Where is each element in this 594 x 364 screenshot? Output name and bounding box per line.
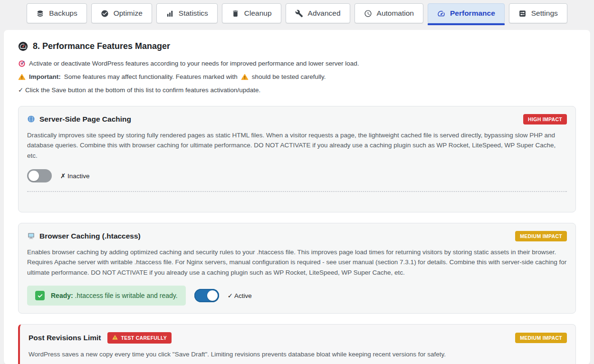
clock-icon (364, 10, 372, 18)
intro-block: Activate or deactivate WordPress feature… (18, 59, 576, 96)
divider (27, 191, 567, 204)
card-browser-caching: Browser Caching (.htaccess) MEDIUM IMPAC… (18, 223, 576, 314)
warning-icon (18, 73, 26, 81)
feature-title: Browser Caching (.htaccess) (27, 232, 141, 240)
test-carefully-badge: TEST CAREFULLY (107, 332, 172, 344)
tab-label: Performance (450, 9, 495, 18)
impact-badge: HIGH IMPACT (523, 114, 567, 125)
feature-description: Drastically improves site speed by stori… (27, 130, 567, 161)
sliders-icon (518, 10, 527, 18)
gauge-icon (437, 10, 445, 18)
tab-bar: Backups Optimize Statistics Cleanup Adva… (0, 0, 594, 27)
feature-title: Server-Side Page Caching (27, 115, 131, 124)
tab-label: Settings (531, 9, 558, 18)
performance-panel: 8. Performance Features Manager Activate… (4, 30, 590, 364)
target-icon (18, 60, 26, 67)
server-caching-toggle[interactable] (27, 169, 52, 182)
tab-settings[interactable]: Settings (509, 3, 567, 23)
browser-caching-toggle[interactable] (194, 289, 219, 302)
htaccess-ready-status: Ready: .htaccess file is writable and re… (27, 286, 186, 306)
globe-icon (27, 115, 35, 123)
tab-label: Statistics (179, 9, 208, 18)
toggle-knob (29, 171, 39, 181)
toggle-knob (207, 290, 218, 301)
tab-cleanup[interactable]: Cleanup (222, 3, 281, 23)
feature-title: Post Revisions Limit (29, 334, 101, 342)
tab-label: Automation (377, 9, 414, 18)
green-check-icon (35, 291, 45, 300)
tab-automation[interactable]: Automation (354, 3, 423, 23)
impact-badge: MEDIUM IMPACT (515, 333, 567, 343)
tab-optimize[interactable]: Optimize (91, 3, 152, 23)
database-backup-icon (36, 10, 44, 18)
warning-icon (112, 335, 118, 341)
tab-performance[interactable]: Performance (428, 3, 505, 23)
toggle-state-label: ✗ Inactive (60, 172, 90, 180)
check-circle-icon (101, 10, 109, 18)
tab-label: Cleanup (244, 9, 272, 18)
tab-label: Advanced (308, 9, 341, 18)
card-server-side-page-caching: Server-Side Page Caching HIGH IMPACT Dra… (18, 106, 576, 212)
trash-icon (231, 10, 240, 18)
tab-backups[interactable]: Backups (27, 3, 86, 23)
impact-badge: MEDIUM IMPACT (515, 231, 567, 241)
bar-chart-icon (166, 10, 174, 18)
toggle-state-label: ✓ Active (228, 292, 252, 299)
speedometer-icon (18, 41, 28, 51)
feature-description: WordPress saves a new copy every time yo… (29, 349, 567, 360)
intro-save-line: ✓ Click the Save button at the bottom of… (18, 86, 576, 96)
feature-description: Enables browser caching by adding optimi… (27, 247, 567, 278)
tab-advanced[interactable]: Advanced (286, 3, 350, 23)
intro-important-line: Important: Some features may affect func… (18, 72, 576, 82)
wrench-icon (295, 10, 303, 18)
warning-icon (241, 73, 249, 81)
tab-label: Optimize (114, 9, 143, 18)
intro-goal-line: Activate or deactivate WordPress feature… (18, 59, 576, 69)
tab-label: Backups (49, 9, 77, 18)
page-title: 8. Performance Features Manager (18, 41, 576, 51)
computer-icon (27, 232, 35, 240)
tab-statistics[interactable]: Statistics (156, 3, 218, 23)
card-post-revisions-limit: Post Revisions Limit TEST CAREFULLY MEDI… (18, 324, 576, 364)
